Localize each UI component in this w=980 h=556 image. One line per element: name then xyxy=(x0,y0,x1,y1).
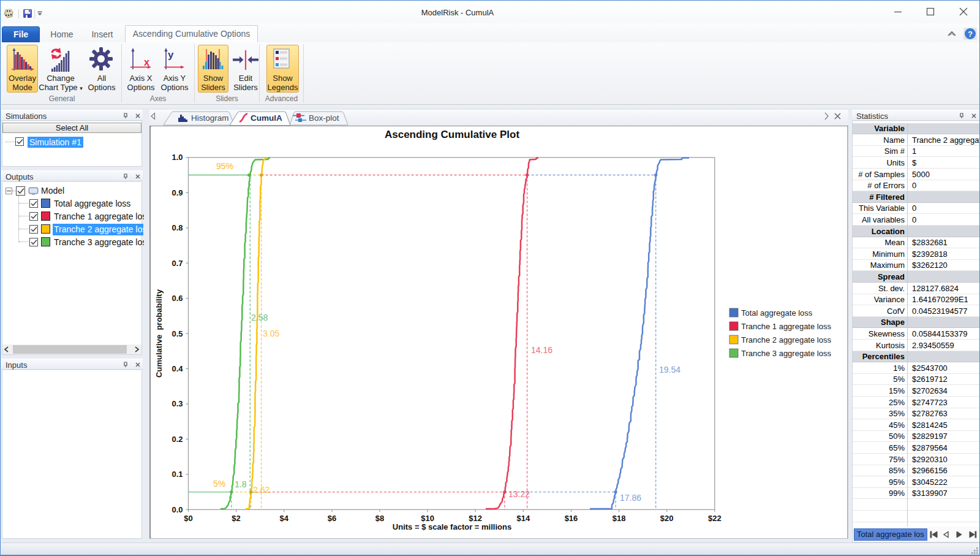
svg-text:0.2: 0.2 xyxy=(172,435,183,444)
svg-text:0.4: 0.4 xyxy=(172,364,183,373)
svg-text:95%: 95% xyxy=(216,161,233,171)
svg-text:0.9: 0.9 xyxy=(172,188,183,197)
svg-text:?: ? xyxy=(968,29,973,39)
svg-text:CumulA: CumulA xyxy=(251,113,282,123)
svg-text:0.8: 0.8 xyxy=(172,223,183,232)
svg-text:$22: $22 xyxy=(708,514,722,523)
svg-text:0.0: 0.0 xyxy=(172,505,183,514)
svg-text:13.22: 13.22 xyxy=(508,489,530,499)
svg-text:$8: $8 xyxy=(375,514,384,523)
svg-text:Box-plot: Box-plot xyxy=(309,113,339,123)
svg-text:x: x xyxy=(144,57,149,67)
svg-text:$4: $4 xyxy=(279,514,288,523)
svg-text:Tranche 3 aggregate loss: Tranche 3 aggregate loss xyxy=(741,349,831,358)
svg-text:y: y xyxy=(168,49,174,61)
svg-text:17.86: 17.86 xyxy=(620,493,641,503)
svg-text:Tranche 1 aggregate loss: Tranche 1 aggregate loss xyxy=(741,322,831,331)
svg-text:1.8: 1.8 xyxy=(235,479,247,489)
svg-text:$0: $0 xyxy=(184,514,192,523)
svg-text:0.3: 0.3 xyxy=(172,399,183,408)
svg-text:0.6: 0.6 xyxy=(172,294,183,303)
svg-text:0.7: 0.7 xyxy=(172,259,183,268)
svg-text:2.62: 2.62 xyxy=(253,485,270,495)
svg-text:Ascending Cumulative Plot: Ascending Cumulative Plot xyxy=(385,129,519,140)
svg-text:1.0: 1.0 xyxy=(172,153,183,162)
svg-text:14.16: 14.16 xyxy=(531,345,552,355)
svg-text:$10: $10 xyxy=(421,514,434,523)
svg-text:$12: $12 xyxy=(469,514,482,523)
svg-text:$2: $2 xyxy=(232,514,240,523)
svg-text:Cumulative probability: Cumulative probability xyxy=(154,289,164,378)
svg-text:0.1: 0.1 xyxy=(172,470,183,479)
svg-text:0.5: 0.5 xyxy=(172,329,183,338)
svg-text:Units = $ scale factor = milli: Units = $ scale factor = millions xyxy=(393,522,511,531)
svg-text:$20: $20 xyxy=(660,514,674,523)
svg-text:Total aggregate loss: Total aggregate loss xyxy=(741,308,813,318)
svg-text:Tranche 2 aggregate loss: Tranche 2 aggregate loss xyxy=(741,335,831,345)
svg-text:3.05: 3.05 xyxy=(263,329,279,338)
svg-text:$16: $16 xyxy=(565,514,578,523)
svg-text:Histogram: Histogram xyxy=(191,113,229,123)
svg-text:$14: $14 xyxy=(516,514,530,523)
svg-text:19.54: 19.54 xyxy=(659,365,680,375)
svg-text:2.58: 2.58 xyxy=(251,313,268,322)
svg-text:$18: $18 xyxy=(612,514,626,523)
svg-text:5%: 5% xyxy=(213,479,225,489)
svg-text:$6: $6 xyxy=(328,514,336,523)
